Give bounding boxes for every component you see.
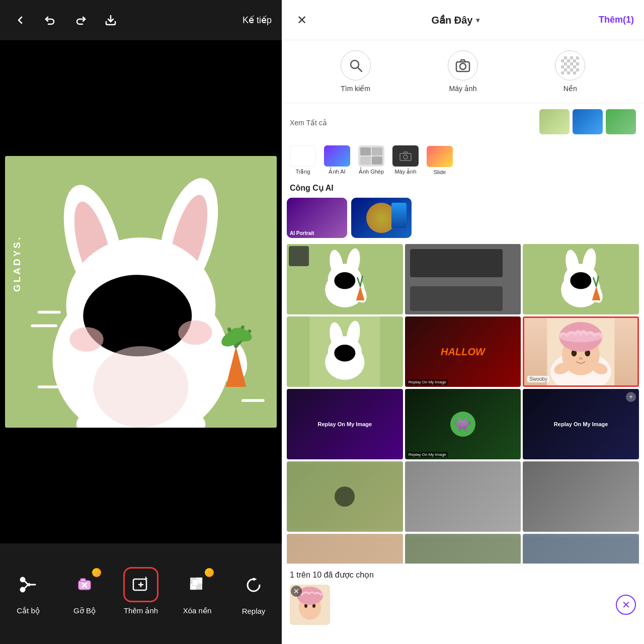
remove-selected-thumb-button[interactable]: ✕	[291, 586, 302, 597]
nen-action[interactable]: Nền	[555, 50, 585, 93]
camera-icon	[448, 50, 478, 80]
replay-overlay-1: Replay On My Image	[407, 379, 448, 385]
svg-point-82	[579, 357, 583, 360]
filter-anh-ghep[interactable]: Ảnh Ghép	[358, 145, 384, 175]
undo-button[interactable]	[40, 10, 60, 30]
gallery-area[interactable]: Xem Tất cả Trắng Ảnh AI	[282, 103, 644, 564]
title-text: Gần Đây	[431, 14, 472, 26]
svg-point-48	[460, 63, 466, 69]
svg-point-25	[94, 346, 189, 428]
tool-xoa-nen[interactable]: 👑 Xóa nền	[180, 567, 215, 615]
go-bo-label: Gỡ Bộ	[73, 606, 96, 615]
gallery-cell-blur6[interactable]	[523, 534, 639, 564]
selected-thumb-1[interactable]: ✕	[290, 585, 330, 625]
section-header: Xem Tất cả	[287, 103, 639, 141]
them-button[interactable]: Thêm(1)	[599, 15, 634, 25]
gallery-cell-5[interactable]: HALLOW Replay On My Image	[405, 316, 521, 387]
left-header: Kế tiếp	[0, 0, 282, 40]
gallery-cell-blur3[interactable]	[523, 461, 639, 532]
filter-trong[interactable]: Trắng	[290, 145, 316, 175]
tim-kiem-action[interactable]: Tìm kiếm	[341, 50, 371, 93]
tool-go-bo[interactable]: 👑 Gỡ Bộ	[67, 567, 102, 615]
right-header: ✕ Gần Đây ▾ Thêm(1)	[282, 0, 644, 40]
svg-rect-49	[400, 153, 411, 160]
svg-point-56	[334, 272, 355, 289]
svg-rect-32	[80, 579, 86, 582]
gallery-cell-replay2[interactable]: 👾 Replay On My Image	[405, 389, 521, 459]
cat-bo-icon-wrap	[11, 567, 46, 602]
selected-thumbnails-row: ✕ ✕	[290, 585, 636, 625]
filter-anh-ai-label: Ảnh AI	[329, 169, 345, 175]
right-panel: ✕ Gần Đây ▾ Thêm(1) Tìm kiếm	[282, 0, 644, 644]
gallery-cell-blur5[interactable]	[405, 534, 521, 564]
ai-section-title: Công Cụ AI	[287, 179, 639, 196]
nen-label: Nền	[564, 85, 577, 93]
gallery-cell-replay3[interactable]: Replay On My Image +	[523, 389, 639, 459]
svg-point-66	[571, 272, 592, 289]
filter-anh-ai-thumb	[324, 145, 350, 167]
filter-anh-ai[interactable]: Ảnh AI	[324, 145, 350, 175]
filter-may-anh-thumb	[392, 145, 419, 167]
replay-overlay-2: Replay On My Image	[407, 452, 448, 457]
filter-trong-thumb	[290, 145, 316, 167]
clear-selection-button[interactable]: ✕	[616, 595, 636, 615]
back-button[interactable]	[10, 10, 30, 30]
filter-slide[interactable]: Slide	[427, 146, 453, 175]
tool-cat-bo[interactable]: Cắt bộ	[11, 567, 46, 615]
filter-trong-label: Trắng	[295, 169, 310, 175]
gallery-cell-blur4[interactable]	[287, 534, 403, 564]
filter-anh-ghep-thumb	[358, 145, 384, 167]
crown-badge-go-bo: 👑	[92, 568, 101, 577]
gallery-cell-4[interactable]	[287, 316, 403, 387]
filter-may-anh-label: Máy ảnh	[394, 169, 416, 175]
gallery-cell-baby[interactable]: Swooby	[523, 316, 639, 387]
canvas-area: GLADYS.	[0, 40, 282, 543]
selection-footer: 1 trên 10 đã được chọn ✕ ✕	[282, 564, 644, 644]
background-icon	[555, 50, 585, 80]
left-panel: Kế tiếp GLADYS.	[0, 0, 282, 644]
gallery-grid: HALLOW Replay On My Image	[287, 242, 639, 564]
thumb-1[interactable]	[539, 109, 570, 134]
svg-point-11	[178, 320, 212, 345]
redo-button[interactable]	[70, 10, 91, 30]
ai-tool-1[interactable]: AI Portrait	[287, 198, 347, 238]
filter-slide-thumb	[427, 146, 453, 167]
gallery-cell-2[interactable]	[405, 244, 521, 314]
right-title: Gần Đây ▾	[431, 14, 479, 26]
replay-label: Replay	[242, 607, 266, 615]
thumb-2[interactable]	[573, 109, 603, 134]
svg-point-29	[20, 587, 25, 592]
ai-tool-2[interactable]	[351, 198, 412, 238]
close-button[interactable]: ✕	[292, 10, 312, 30]
bottom-toolbar: Cắt bộ 👑 Gỡ Bộ	[0, 543, 282, 644]
crown-badge-xoa-nen: 👑	[205, 568, 214, 577]
filter-row: Trắng Ảnh AI Ảnh Ghép	[287, 141, 639, 179]
tool-replay[interactable]: Replay	[236, 568, 271, 615]
tool-them-anh[interactable]: Thêm ảnh	[123, 567, 158, 615]
filter-anh-ghep-label: Ảnh Ghép	[359, 169, 384, 175]
thumb-3[interactable]	[606, 109, 636, 134]
download-button[interactable]	[101, 10, 121, 30]
filter-may-anh[interactable]: Máy ảnh	[392, 145, 419, 175]
gallery-cell-3[interactable]	[523, 244, 639, 314]
xoa-nen-icon-wrap: 👑	[180, 567, 215, 602]
go-bo-icon-wrap: 👑	[67, 567, 102, 602]
svg-point-50	[404, 155, 408, 159]
may-anh-action[interactable]: Máy ảnh	[448, 50, 478, 93]
gallery-cell-replay1[interactable]: Replay On My Image	[287, 389, 403, 459]
chevron-down-icon[interactable]: ▾	[476, 16, 479, 24]
gallery-cell-1[interactable]	[287, 244, 403, 314]
gallery-cell-blur1[interactable]	[287, 461, 403, 532]
filter-slide-label: Slide	[434, 169, 446, 175]
tim-kiem-label: Tìm kiếm	[341, 85, 370, 93]
ke-tiep-button[interactable]: Kế tiếp	[243, 15, 272, 26]
gallery-cell-blur2[interactable]	[405, 461, 521, 532]
xem-tat-ca-label[interactable]: Xem Tất cả	[290, 119, 327, 127]
search-icon	[341, 50, 371, 80]
them-anh-icon-wrap	[123, 567, 158, 602]
svg-text:GLADYS.: GLADYS.	[12, 235, 22, 292]
action-icons-row: Tìm kiếm Máy ảnh Nền	[282, 40, 644, 103]
header-left-controls	[10, 10, 121, 30]
xoa-nen-label: Xóa nền	[183, 606, 212, 615]
replay-icon-wrap	[236, 568, 271, 603]
